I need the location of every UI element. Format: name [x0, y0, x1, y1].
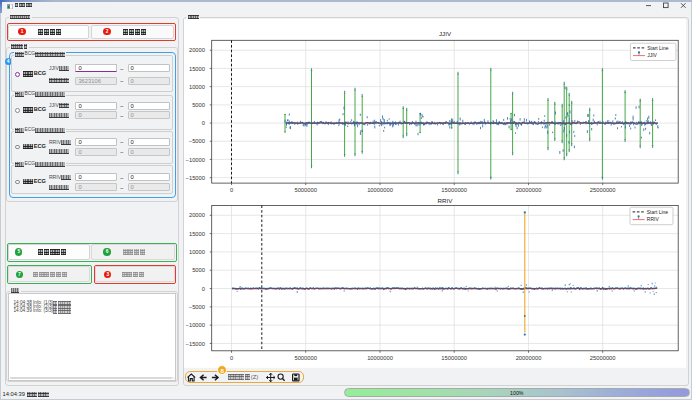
- svg-text:−15000: −15000: [185, 341, 204, 347]
- svg-text:JJIV: JJIV: [439, 30, 452, 37]
- svg-text:RRIV: RRIV: [647, 216, 660, 222]
- svg-text:15000: 15000: [189, 231, 205, 237]
- svg-text:−5000: −5000: [189, 304, 205, 310]
- svg-text:JJIV: JJIV: [647, 52, 657, 58]
- svg-text:5000000: 5000000: [294, 187, 317, 193]
- svg-text:−15000: −15000: [185, 175, 204, 181]
- svg-text:−5000: −5000: [189, 138, 205, 144]
- svg-text:20000000: 20000000: [515, 187, 541, 193]
- svg-text:10000: 10000: [189, 249, 205, 255]
- svg-text:−10000: −10000: [185, 322, 204, 328]
- svg-text:5000: 5000: [192, 102, 205, 108]
- svg-text:0: 0: [230, 187, 233, 193]
- svg-text:15000000: 15000000: [441, 355, 467, 361]
- svg-text:25000000: 25000000: [590, 355, 616, 361]
- svg-text:Start Line: Start Line: [647, 209, 669, 215]
- svg-text:RRIV: RRIV: [437, 197, 453, 204]
- svg-text:20000000: 20000000: [515, 355, 541, 361]
- svg-text:0: 0: [202, 120, 205, 126]
- svg-text:0: 0: [230, 355, 233, 361]
- svg-text:0: 0: [202, 286, 205, 292]
- svg-text:5000000: 5000000: [294, 355, 317, 361]
- svg-text:Start Line: Start Line: [647, 45, 669, 51]
- svg-text:−10000: −10000: [185, 157, 204, 163]
- svg-text:15000000: 15000000: [441, 187, 467, 193]
- svg-text:20000: 20000: [189, 47, 205, 53]
- svg-text:10000: 10000: [189, 84, 205, 90]
- svg-text:25000000: 25000000: [590, 187, 616, 193]
- svg-text:10000000: 10000000: [367, 187, 393, 193]
- svg-text:10000000: 10000000: [367, 355, 393, 361]
- svg-text:20000: 20000: [189, 212, 205, 218]
- svg-text:5000: 5000: [192, 267, 205, 273]
- svg-text:15000: 15000: [189, 66, 205, 72]
